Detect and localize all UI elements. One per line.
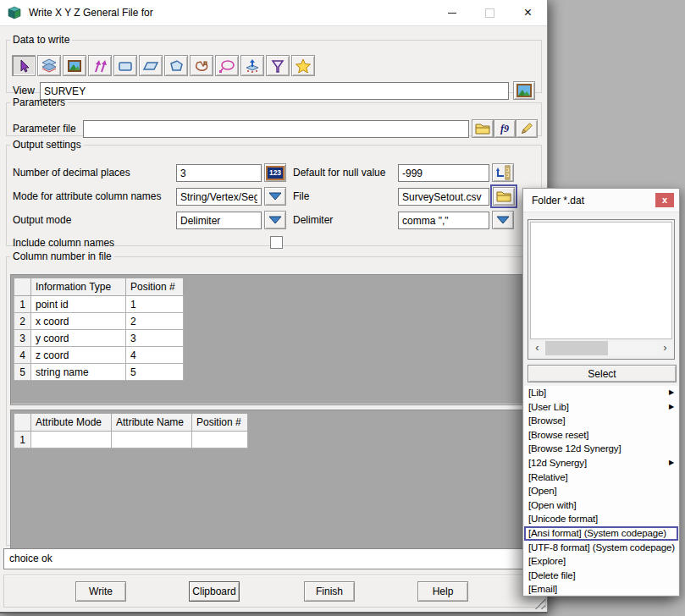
parameter-file-input[interactable] [83, 120, 469, 138]
row-number[interactable]: 5 [14, 364, 31, 381]
parallelogram-icon [142, 58, 159, 74]
table-cell[interactable]: y coord [31, 330, 126, 347]
delimiter-input[interactable] [398, 212, 489, 229]
table-cell[interactable]: z coord [31, 347, 126, 364]
tin-up-tool-button[interactable] [240, 55, 264, 76]
model-tool-button[interactable] [63, 55, 86, 76]
parameter-browse-button[interactable] [472, 119, 494, 138]
polygon-tool-button[interactable] [164, 55, 188, 76]
minimize-icon [448, 13, 456, 14]
menu-item-label: [Ansi format] (System codepage) [528, 528, 666, 538]
menu-item[interactable]: [Delete file] [524, 569, 678, 583]
menu-item[interactable]: [Lib]▶ [524, 386, 678, 400]
filter-tool-button[interactable] [266, 55, 290, 76]
lasso-tool-button[interactable] [215, 55, 239, 76]
file-browse-button[interactable] [493, 187, 515, 206]
menu-item[interactable]: [Unicode format] [524, 512, 678, 526]
decimal-places-input[interactable] [176, 164, 262, 182]
parameter-edit-button[interactable] [516, 119, 538, 138]
table-row: 1point id1 [14, 296, 184, 313]
select-button[interactable]: Select [528, 365, 677, 382]
menu-item[interactable]: [Explore] [524, 554, 678, 569]
table-cell[interactable]: 4 [126, 347, 184, 364]
scrollbar-track[interactable] [544, 341, 658, 355]
menu-item[interactable]: [UTF-8 format] (System codepage) [524, 541, 678, 555]
popup-close-button[interactable]: x [655, 193, 674, 207]
row-number[interactable]: 2 [14, 313, 31, 330]
table-row: 2x coord2 [14, 313, 184, 330]
scrollbar-thumb[interactable] [545, 341, 608, 355]
strings-icon [91, 58, 108, 74]
table-cell[interactable]: point id [31, 296, 126, 313]
menu-item[interactable]: [Relative] [524, 470, 678, 485]
scroll-right-button[interactable]: › [658, 341, 672, 355]
popup-titlebar[interactable]: Folder *.dat x [523, 189, 679, 212]
maximize-button[interactable] [471, 0, 509, 25]
menu-item[interactable]: [Browse reset] [524, 428, 678, 443]
menu-item-label: [Email] [528, 584, 557, 594]
submenu-arrow-icon: ▶ [669, 386, 674, 400]
file-input[interactable] [398, 188, 489, 206]
table-cell[interactable] [31, 432, 112, 448]
file-list[interactable] [530, 222, 672, 339]
null-value-input[interactable] [398, 164, 489, 182]
view-label: View [13, 85, 35, 96]
write-button[interactable]: Write [75, 581, 126, 602]
menu-item[interactable]: [Email] [524, 582, 678, 597]
strings-tool-button[interactable] [88, 55, 112, 76]
row-number[interactable]: 4 [14, 347, 31, 364]
scroll-left-button[interactable]: ‹ [530, 341, 544, 355]
parallelogram-tool-button[interactable] [139, 55, 163, 76]
dropdown-arrow-icon [496, 216, 510, 224]
close-button[interactable]: × [509, 0, 547, 25]
folder-icon [495, 190, 512, 203]
tin-up-icon [244, 58, 261, 74]
menu-item[interactable]: [Browse] [524, 414, 678, 428]
attribute-mode-dropdown-button[interactable] [264, 187, 286, 206]
delimiter-dropdown-button[interactable] [492, 211, 514, 229]
menu-item[interactable]: [User Lib]▶ [524, 400, 678, 415]
table-cell[interactable]: 1 [126, 296, 184, 313]
tin-tool-button[interactable] [37, 55, 61, 76]
menu-item[interactable]: [Browse 12d Synergy] [524, 442, 678, 456]
table-cell[interactable]: 2 [126, 313, 184, 330]
finish-button[interactable]: Finish [304, 581, 355, 602]
horizontal-scrollbar: ‹ › [530, 341, 672, 355]
menu-item[interactable]: [Ansi format] (System codepage) [524, 526, 678, 541]
table-cell[interactable]: 3 [126, 330, 184, 347]
menu-item[interactable]: [12d Synergy]▶ [524, 456, 678, 470]
menu-item[interactable]: [Open] [524, 484, 678, 498]
table-cell[interactable]: x coord [31, 313, 126, 330]
null-value-measure-button[interactable] [492, 163, 514, 182]
parameters-label: Parameters [10, 96, 68, 108]
box-icon [117, 58, 134, 74]
help-button[interactable]: Help [417, 581, 468, 602]
column-header: Attribute Mode [31, 414, 112, 432]
polygon-icon [168, 58, 185, 74]
fence-tool-button[interactable] [190, 55, 213, 76]
include-column-names-checkbox[interactable] [270, 236, 283, 249]
column-header: Position # [126, 278, 184, 296]
row-number[interactable]: 3 [14, 330, 31, 347]
output-mode-dropdown-button[interactable] [264, 211, 286, 229]
minimize-button[interactable] [433, 0, 471, 25]
decimal-places-pick-button[interactable]: 123 [264, 163, 286, 182]
parameter-recent-button[interactable]: f9 [494, 119, 516, 138]
row-number[interactable]: 1 [14, 432, 31, 448]
tin-icon [41, 58, 58, 74]
clipboard-button[interactable]: Clipboard [189, 581, 240, 602]
row-number-header [14, 278, 31, 296]
output-mode-input[interactable] [176, 212, 262, 229]
pointer-tool-button[interactable] [12, 55, 36, 76]
table-cell[interactable] [192, 432, 248, 448]
table-cell[interactable] [112, 432, 192, 448]
popup-title: Folder *.dat [532, 195, 584, 206]
favourites-tool-button[interactable] [291, 55, 315, 76]
box-tool-button[interactable] [113, 55, 137, 76]
table-cell[interactable]: string name [31, 364, 126, 381]
attribute-mode-input[interactable] [176, 188, 262, 206]
dialog-titlebar[interactable]: Write X Y Z General File for × [0, 0, 547, 26]
table-cell[interactable]: 5 [126, 364, 184, 381]
menu-item[interactable]: [Open with] [524, 498, 678, 513]
row-number[interactable]: 1 [14, 296, 31, 313]
